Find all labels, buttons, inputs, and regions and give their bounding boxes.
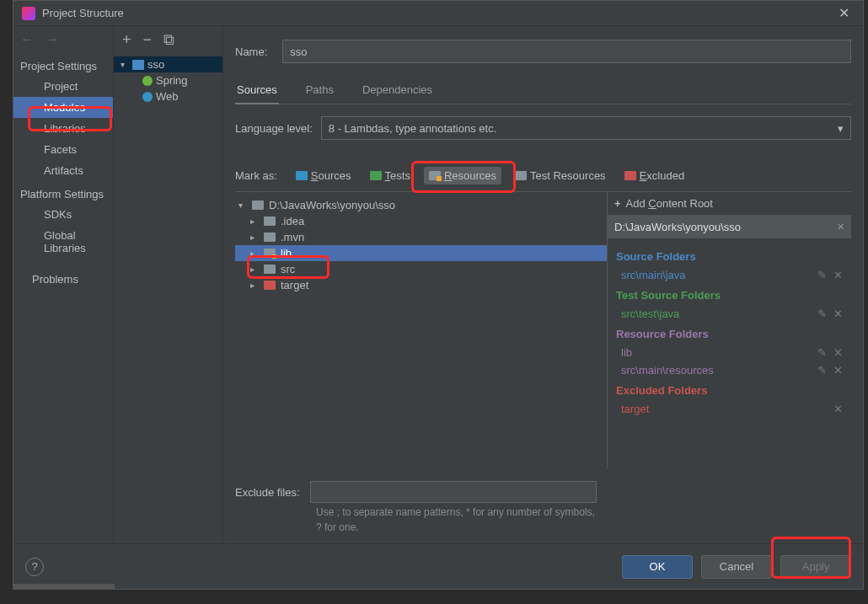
facet-label: Web (156, 90, 179, 103)
chevron-down-icon: ▾ (838, 122, 844, 135)
apply-button[interactable]: Apply (780, 555, 851, 579)
root-group-title: Resource Folders (616, 328, 843, 340)
fs-row-.mvn[interactable]: ▸.mvn (235, 229, 607, 245)
edit-icon[interactable] (817, 269, 827, 281)
help-button[interactable]: ? (25, 558, 44, 576)
nav-modules[interactable]: Modules (13, 97, 113, 118)
root-item-label: target (621, 403, 649, 415)
remove-icon[interactable] (833, 403, 843, 415)
fs-row-src[interactable]: ▸src (235, 261, 607, 277)
root-item[interactable]: src\main\java (616, 266, 843, 284)
close-icon[interactable]: ✕ (833, 5, 855, 21)
root-item-label: src\main\java (621, 269, 686, 281)
mark-resources-button[interactable]: Resources (424, 167, 501, 184)
roots-list: Source Folderssrc\main\javaTest Source F… (608, 238, 851, 469)
exclude-files-label: Exclude files: (235, 486, 300, 499)
root-item-actions (817, 346, 843, 359)
root-item[interactable]: src\test\java (616, 305, 843, 323)
content-root-row[interactable]: ▾ D:\JavaWorks\yonyou\sso (235, 197, 607, 213)
root-item[interactable]: src\main\resources (616, 361, 843, 379)
facet-label: Spring (156, 74, 188, 87)
mark-excluded-button[interactable]: Excluded (619, 167, 689, 184)
nav-libraries[interactable]: Libraries (13, 118, 113, 139)
remove-icon[interactable] (833, 307, 843, 320)
nav-artifacts[interactable]: Artifacts (13, 160, 113, 181)
tab-paths[interactable]: Paths (304, 78, 335, 104)
mark-sources-button[interactable]: Sources (291, 167, 356, 184)
fs-label: lib (281, 247, 292, 259)
remove-icon[interactable] (833, 269, 843, 281)
fs-label: .idea (281, 215, 304, 227)
edit-icon[interactable] (817, 346, 827, 359)
add-content-root[interactable]: Add Content Root (608, 192, 851, 216)
edit-icon[interactable] (817, 364, 827, 377)
root-item-label: lib (621, 346, 632, 359)
fs-row-lib[interactable]: ▸lib (235, 245, 607, 261)
dialog-title: Project Structure (42, 7, 833, 19)
forward-icon[interactable]: → (44, 30, 61, 49)
chevron-right-icon: ▸ (250, 216, 259, 226)
language-level-dropdown[interactable]: 8 - Lambdas, type annotations etc. ▾ (321, 116, 851, 140)
language-level-value: 8 - Lambdas, type annotations etc. (329, 122, 496, 135)
remove-icon[interactable] (833, 364, 843, 377)
facet-spring[interactable]: Spring (114, 72, 222, 88)
left-nav: ← → Project Settings Project Modules Lib… (13, 26, 114, 543)
content-root-label: D:\JavaWorks\yonyou\sso (269, 199, 395, 211)
nav-problems[interactable]: Problems (13, 269, 113, 290)
module-folder-icon (132, 60, 144, 70)
nav-facets[interactable]: Facets (13, 139, 113, 160)
chevron-right-icon: ▸ (250, 265, 259, 274)
titlebar: Project Structure ✕ (13, 1, 863, 26)
root-item[interactable]: lib (616, 344, 843, 361)
folder-icon (264, 265, 276, 274)
folder-icon (264, 216, 276, 226)
folder-icon (252, 200, 264, 210)
root-item[interactable]: target (616, 400, 843, 418)
fs-row-.idea[interactable]: ▸.idea (235, 213, 607, 229)
module-tree: ▾ sso Spring Web (114, 53, 222, 108)
add-module-icon[interactable]: + (122, 31, 131, 49)
content-tree: ▾ D:\JavaWorks\yonyou\sso ▸.idea▸.mvn▸li… (235, 192, 607, 469)
copy-module-icon[interactable]: ⧉ (163, 31, 174, 49)
ok-button[interactable]: OK (622, 555, 693, 579)
name-label: Name: (235, 45, 267, 58)
content-split: ▾ D:\JavaWorks\yonyou\sso ▸.idea▸.mvn▸li… (235, 191, 851, 469)
facet-web[interactable]: Web (114, 88, 222, 104)
tab-sources[interactable]: Sources (235, 78, 279, 104)
module-sso[interactable]: ▾ sso (114, 56, 222, 72)
folder-icon (264, 249, 276, 258)
mark-tests-button[interactable]: Tests (365, 167, 415, 184)
folder-icon (264, 233, 276, 242)
module-editor: Name: Sources Paths Dependencies Languag… (223, 26, 863, 543)
excluded-folder-icon (624, 171, 636, 180)
remove-icon[interactable] (833, 346, 843, 359)
dialog-footer: ? OK Cancel Apply (13, 543, 863, 589)
fs-label: target (281, 279, 308, 291)
mark-as-label: Mark as: (235, 169, 277, 182)
chevron-right-icon: ▸ (250, 233, 259, 242)
tab-dependencies[interactable]: Dependencies (361, 78, 434, 104)
exclude-files-input[interactable] (310, 481, 597, 503)
nav-sdks[interactable]: SDKs (13, 204, 113, 225)
spring-icon (142, 76, 153, 86)
back-icon[interactable]: ← (19, 30, 35, 49)
folder-icon (264, 281, 276, 290)
add-content-root-label: Add Content Root (626, 197, 713, 210)
chevron-down-icon: ▾ (238, 200, 247, 210)
cancel-button[interactable]: Cancel (701, 555, 772, 579)
fs-row-target[interactable]: ▸target (235, 277, 607, 293)
edit-icon[interactable] (817, 307, 827, 320)
web-icon (142, 92, 153, 102)
remove-module-icon[interactable]: − (143, 31, 153, 49)
name-input[interactable] (282, 40, 851, 63)
nav-project[interactable]: Project (13, 76, 113, 97)
nav-global-libraries[interactable]: Global Libraries (13, 225, 113, 259)
content-roots-panel: Add Content Root D:\JavaWorks\yonyou\sso… (607, 192, 851, 469)
mark-test-resources-button[interactable]: Test Resources (510, 167, 611, 184)
section-platform-settings: Platform Settings (13, 181, 113, 204)
root-item-label: src\main\resources (621, 364, 714, 377)
content-root-path-row[interactable]: D:\JavaWorks\yonyou\sso (608, 216, 851, 238)
fs-label: src (281, 263, 295, 275)
root-item-actions (833, 403, 843, 415)
remove-content-root-icon[interactable] (837, 222, 844, 233)
